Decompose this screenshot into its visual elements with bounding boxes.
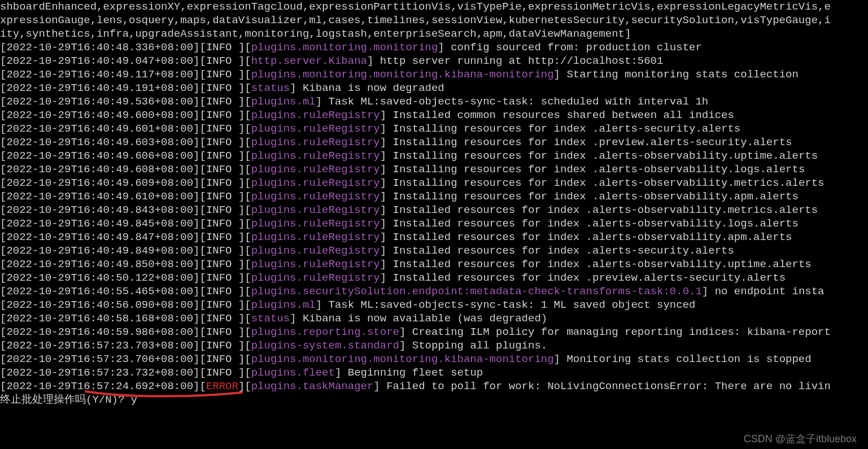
log-timestamp: [2022-10-29T16:40:49.843+08:00] [0, 204, 199, 216]
log-context: plugins.ruleRegistry [251, 163, 380, 176]
log-timestamp: [2022-10-29T16:40:56.090+08:00] [0, 299, 199, 311]
log-timestamp: [2022-10-29T16:40:49.536+08:00] [0, 95, 199, 108]
log-line: [2022-10-29T16:40:49.600+08:00][INFO ][p… [0, 108, 868, 122]
log-context: plugins.ruleRegistry [251, 150, 380, 162]
log-level: INFO [206, 68, 238, 81]
log-message: Task ML:saved-objects-sync-task: schedul… [322, 95, 708, 108]
log-level: INFO [206, 109, 238, 121]
log-line: [2022-10-29T16:40:59.986+08:00][INFO ][p… [0, 325, 868, 339]
log-timestamp: [2022-10-29T16:57:24.692+08:00] [0, 380, 199, 393]
header-line: shboardEnhanced,expressionXY,expressionT… [0, 0, 868, 14]
log-timestamp: [2022-10-29T16:57:23.706+08:00] [0, 353, 199, 365]
log-context: plugins.ruleRegistry [251, 177, 380, 189]
log-message: Installed resources for index .alerts-se… [386, 245, 734, 257]
log-line: [2022-10-29T16:40:49.849+08:00][INFO ][p… [0, 244, 868, 258]
log-line: [2022-10-29T16:40:49.536+08:00][INFO ][p… [0, 95, 868, 108]
log-level: INFO [206, 312, 238, 325]
log-level: INFO [206, 163, 238, 176]
log-message: Task ML:saved-objects-sync-task: 1 ML sa… [322, 299, 695, 311]
log-level: INFO [206, 285, 238, 298]
log-message: Creating ILM policy for managing reporti… [405, 326, 831, 338]
log-line: [2022-10-29T16:40:49.603+08:00][INFO ][p… [0, 136, 868, 149]
log-line: [2022-10-29T16:57:23.706+08:00][INFO ][p… [0, 352, 868, 366]
log-context: plugins.ruleRegistry [251, 136, 380, 149]
log-message: Beginning fleet setup [341, 367, 483, 379]
log-line: [2022-10-29T16:57:24.692+08:00][ERROR][p… [0, 380, 868, 393]
log-timestamp: [2022-10-29T16:40:58.168+08:00] [0, 312, 199, 325]
log-context: plugins.ruleRegistry [251, 217, 380, 230]
log-message: Installed resources for index .alerts-ob… [386, 204, 818, 216]
log-line: [2022-10-29T16:40:49.117+08:00][INFO ][p… [0, 68, 868, 81]
log-line: [2022-10-29T16:40:49.850+08:00][INFO ][p… [0, 258, 868, 271]
log-timestamp: [2022-10-29T16:40:48.336+08:00] [0, 41, 199, 54]
log-message: Installing resources for index .alerts-o… [386, 163, 805, 176]
log-level: INFO [206, 55, 238, 67]
batch-terminate-prompt[interactable]: 终止批处理操作吗(Y/N)? y [0, 393, 868, 407]
log-message: Monitoring stats collection is stopped [560, 353, 812, 365]
log-line: [2022-10-29T16:40:49.047+08:00][INFO ][h… [0, 54, 868, 68]
log-message: Installing resources for index .alerts-o… [386, 190, 799, 203]
log-context: plugins-system.standard [251, 339, 399, 352]
log-message: Installed resources for index .preview.a… [386, 272, 786, 284]
log-message: Installed resources for index .alerts-ob… [386, 258, 812, 271]
log-line: [2022-10-29T16:40:49.845+08:00][INFO ][p… [0, 217, 868, 230]
header-line: xpressionGauge,lens,osquery,maps,dataVis… [0, 14, 868, 27]
log-context: plugins.ruleRegistry [251, 109, 380, 121]
log-message: Kibana is now available (was degraded) [296, 312, 548, 325]
log-timestamp: [2022-10-29T16:40:49.850+08:00] [0, 258, 199, 271]
log-level: INFO [206, 326, 238, 338]
log-context: plugins.taskManager [251, 380, 374, 393]
log-line: [2022-10-29T16:57:23.732+08:00][INFO ][p… [0, 366, 868, 380]
log-timestamp: [2022-10-29T16:40:49.047+08:00] [0, 55, 199, 67]
log-level: INFO [206, 367, 238, 379]
log-timestamp: [2022-10-29T16:57:23.703+08:00] [0, 339, 199, 352]
log-context: plugins.fleet [251, 367, 335, 379]
log-line: [2022-10-29T16:40:49.601+08:00][INFO ][p… [0, 122, 868, 136]
log-timestamp: [2022-10-29T16:40:49.849+08:00] [0, 245, 199, 257]
log-level: INFO [206, 217, 238, 230]
watermark-text: CSDN @蓝盒子itbluebox [744, 432, 857, 446]
log-timestamp: [2022-10-29T16:40:50.122+08:00] [0, 272, 199, 284]
log-line: [2022-10-29T16:40:56.090+08:00][INFO ][p… [0, 298, 868, 312]
log-level: INFO [206, 136, 238, 149]
log-line: [2022-10-29T16:40:55.465+08:00][INFO ][p… [0, 285, 868, 298]
log-context: plugins.ruleRegistry [251, 204, 380, 216]
log-level: INFO [206, 190, 238, 203]
log-message: Installed common resources shared betwee… [386, 109, 734, 121]
log-level: INFO [206, 41, 238, 54]
log-context: plugins.monitoring.monitoring.kibana-mon… [251, 68, 554, 81]
log-line: [2022-10-29T16:40:49.191+08:00][INFO ][s… [0, 81, 868, 95]
log-level: INFO [206, 339, 238, 352]
log-message: Installing resources for index .alerts-s… [386, 123, 740, 135]
log-line: [2022-10-29T16:40:49.608+08:00][INFO ][p… [0, 163, 868, 176]
log-level: INFO [206, 123, 238, 135]
log-line: [2022-10-29T16:40:50.122+08:00][INFO ][p… [0, 271, 868, 285]
log-level: ERROR [206, 380, 238, 393]
log-line: [2022-10-29T16:40:49.843+08:00][INFO ][p… [0, 203, 868, 217]
log-context: plugins.ml [251, 95, 316, 108]
log-line: [2022-10-29T16:40:58.168+08:00][INFO ][s… [0, 312, 868, 325]
log-line: [2022-10-29T16:40:49.609+08:00][INFO ][p… [0, 176, 868, 190]
log-line: [2022-10-29T16:57:23.703+08:00][INFO ][p… [0, 339, 868, 352]
log-line: [2022-10-29T16:40:48.336+08:00][INFO ][p… [0, 41, 868, 54]
log-message: Failed to poll for work: NoLivingConnect… [380, 380, 831, 393]
log-level: INFO [206, 204, 238, 216]
log-message: Kibana is now degraded [296, 82, 444, 94]
log-timestamp: [2022-10-29T16:40:49.610+08:00] [0, 190, 199, 203]
log-timestamp: [2022-10-29T16:40:49.601+08:00] [0, 123, 199, 135]
log-timestamp: [2022-10-29T16:40:49.117+08:00] [0, 68, 199, 81]
log-level: INFO [206, 299, 238, 311]
log-message: Installing resources for index .alerts-o… [386, 150, 818, 162]
log-context: plugins.reporting.store [251, 326, 399, 338]
log-context: plugins.ruleRegistry [251, 123, 380, 135]
log-context: plugins.securitySolution.endpoint:metada… [251, 285, 702, 298]
log-context: plugins.ml [251, 299, 316, 311]
log-timestamp: [2022-10-29T16:40:49.191+08:00] [0, 82, 199, 94]
terminal-output[interactable]: shboardEnhanced,expressionXY,expressionT… [0, 0, 868, 407]
log-timestamp: [2022-10-29T16:40:49.603+08:00] [0, 136, 199, 149]
log-message: Starting monitoring stats collection [560, 68, 799, 81]
log-timestamp: [2022-10-29T16:40:49.608+08:00] [0, 163, 199, 176]
log-timestamp: [2022-10-29T16:57:23.732+08:00] [0, 367, 199, 379]
log-timestamp: [2022-10-29T16:40:59.986+08:00] [0, 326, 199, 338]
log-level: INFO [206, 95, 238, 108]
